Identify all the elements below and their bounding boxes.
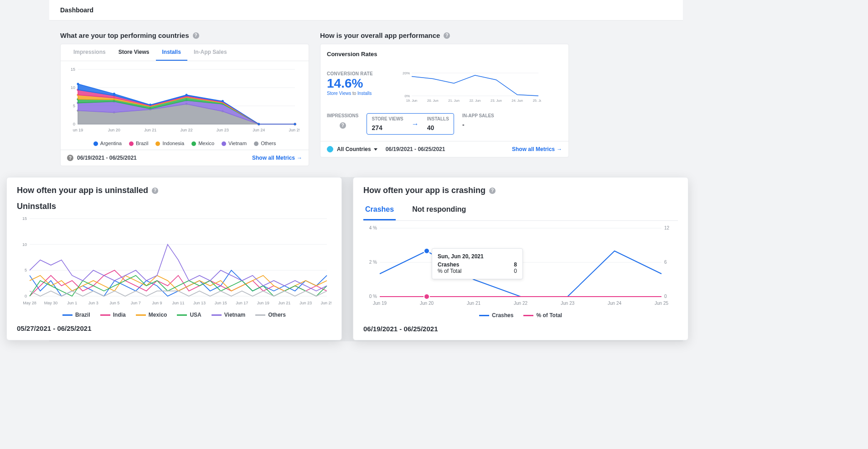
store-views-label: STORE VIEWS (372, 116, 403, 121)
help-icon[interactable]: ? (340, 122, 346, 129)
countries-dropdown[interactable]: All Countries (337, 146, 377, 152)
svg-text:Jun 24: Jun 24 (608, 301, 621, 306)
svg-text:Jun 23: Jun 23 (300, 301, 312, 305)
svg-text:23. Jun: 23. Jun (491, 99, 502, 103)
svg-point-43 (77, 83, 79, 85)
svg-text:0%: 0% (404, 94, 410, 98)
top-countries-card: Impressions Store Views Installs In-App … (60, 44, 309, 166)
show-all-metrics-link[interactable]: Show all Metrics → (252, 155, 302, 161)
help-icon[interactable]: ? (193, 32, 199, 39)
svg-point-46 (186, 94, 188, 96)
help-icon[interactable]: ? (444, 32, 450, 39)
svg-text:May 30: May 30 (44, 301, 58, 305)
date-range: 06/19/2021 - 06/25/2021 (363, 318, 678, 333)
performance-card: Conversion Rates CONVERSION RATE 14.6% S… (320, 44, 569, 157)
svg-text:10: 10 (22, 242, 27, 247)
crashes-card: How often your app is crashing ? Crashes… (353, 177, 688, 340)
svg-text:0: 0 (73, 122, 75, 126)
top-countries-tabs: Impressions Store Views Installs In-App … (61, 44, 309, 61)
chart-tooltip: Sun, Jun 20, 2021 Crashes8 % of Total0 (432, 248, 523, 279)
performance-title: How is your overall app performance (320, 31, 440, 39)
svg-text:Jun 22: Jun 22 (514, 301, 527, 306)
show-all-metrics-link[interactable]: Show all Metrics → (512, 146, 562, 152)
in-app-sales-value: - (462, 121, 494, 128)
svg-point-47 (222, 100, 224, 102)
svg-text:22. Jun: 22. Jun (470, 99, 481, 103)
svg-text:Jun 5: Jun 5 (109, 301, 119, 305)
svg-text:20. Jun: 20. Jun (427, 99, 439, 103)
arrow-right-icon: → (412, 120, 419, 128)
arrow-right-icon: → (557, 146, 562, 152)
svg-text:4 %: 4 % (369, 225, 377, 230)
tab-crashes[interactable]: Crashes (363, 202, 396, 220)
svg-text:Jun 3: Jun 3 (88, 301, 98, 305)
installs-value: 40 (427, 124, 449, 131)
uninstalls-chart: 051015May 28May 30Jun 1Jun 3Jun 5Jun 7Ju… (17, 216, 331, 307)
svg-text:10: 10 (71, 85, 75, 90)
svg-text:19. Jun: 19. Jun (406, 99, 418, 103)
svg-point-45 (149, 104, 151, 106)
svg-text:May 28: May 28 (23, 301, 36, 305)
crashes-section-title: How often your app is crashing (363, 186, 486, 195)
dashboard-header: Dashboard (49, 0, 683, 21)
svg-point-48 (258, 123, 260, 125)
svg-text:2 %: 2 % (369, 260, 377, 265)
help-icon[interactable]: ? (152, 188, 158, 194)
svg-text:Jun 15: Jun 15 (215, 301, 227, 305)
svg-text:Jun 21: Jun 21 (278, 301, 290, 305)
tab-impressions[interactable]: Impressions (67, 44, 112, 61)
help-icon[interactable]: ? (67, 155, 73, 161)
svg-text:Jun 13: Jun 13 (193, 301, 206, 305)
globe-icon (327, 146, 333, 152)
svg-text:24. Jun: 24. Jun (512, 99, 523, 103)
top-countries-title: What are your top performing countries (60, 31, 189, 39)
top-countries-legend: ArgentinaBrazilIndonesiaMexicoVietnamOth… (67, 137, 302, 146)
dashboard-title: Dashboard (60, 6, 93, 14)
svg-text:Jun 20: Jun 20 (108, 128, 120, 132)
svg-text:Jun 23: Jun 23 (217, 128, 229, 132)
store-views-value: 274 (372, 124, 403, 131)
conversion-rate-label: CONVERSION RATE (327, 71, 391, 76)
svg-text:0: 0 (664, 294, 667, 299)
conversion-chart: 0%20%19. Jun20. Jun21. Jun22. Jun23. Jun… (400, 71, 541, 103)
svg-text:Jun 9: Jun 9 (152, 301, 162, 305)
svg-text:12: 12 (664, 225, 670, 230)
tab-not-responding[interactable]: Not responding (410, 202, 468, 220)
uninstalls-card: How often your app is uninstalled ? Unin… (6, 177, 342, 340)
top-countries-chart: 051015un 19Jun 20Jun 21Jun 22Jun 23Jun 2… (67, 67, 300, 135)
svg-text:21. Jun: 21. Jun (448, 99, 460, 103)
svg-point-49 (294, 123, 296, 125)
svg-point-101 (424, 294, 429, 299)
uninstalls-section-title: How often your app is uninstalled (17, 186, 148, 195)
svg-text:Jun 25: Jun 25 (320, 301, 331, 305)
svg-text:Jun 7: Jun 7 (131, 301, 141, 305)
date-range: 05/27/2021 - 06/25/2021 (17, 318, 331, 332)
date-range: 06/19/2021 - 06/25/2021 (386, 146, 445, 152)
conversion-rate-value: 14.6% (327, 76, 391, 91)
svg-text:25. Jun: 25. Jun (533, 99, 541, 103)
svg-text:0 %: 0 % (369, 294, 377, 299)
svg-text:Jun 1: Jun 1 (67, 301, 77, 305)
tab-store-views[interactable]: Store Views (112, 44, 156, 61)
svg-text:15: 15 (71, 67, 75, 72)
tab-installs[interactable]: Installs (156, 44, 187, 61)
svg-text:0: 0 (25, 294, 27, 298)
svg-text:20%: 20% (403, 71, 410, 75)
help-icon[interactable]: ? (489, 188, 496, 194)
conversion-funnel-selected: STORE VIEWS 274 → INSTALLS 40 (367, 113, 454, 135)
svg-text:5: 5 (73, 104, 75, 108)
svg-text:Jun 21: Jun 21 (467, 301, 480, 306)
svg-text:Jun 19: Jun 19 (373, 301, 387, 306)
tab-in-app-sales[interactable]: In-App Sales (187, 44, 233, 61)
svg-text:Jun 21: Jun 21 (144, 128, 156, 132)
svg-text:Jun 24: Jun 24 (253, 128, 265, 132)
svg-text:5: 5 (25, 268, 27, 272)
svg-text:Jun 23: Jun 23 (561, 301, 574, 306)
in-app-sales-label: IN-APP SALES (462, 113, 494, 118)
svg-text:6: 6 (664, 260, 667, 265)
date-range: 06/19/2021 - 06/25/2021 (77, 155, 137, 161)
arrow-right-icon: → (297, 155, 302, 161)
svg-text:Jun 20: Jun 20 (420, 301, 434, 306)
svg-text:Jun 25: Jun 25 (655, 301, 668, 306)
svg-text:un 19: un 19 (73, 128, 83, 132)
